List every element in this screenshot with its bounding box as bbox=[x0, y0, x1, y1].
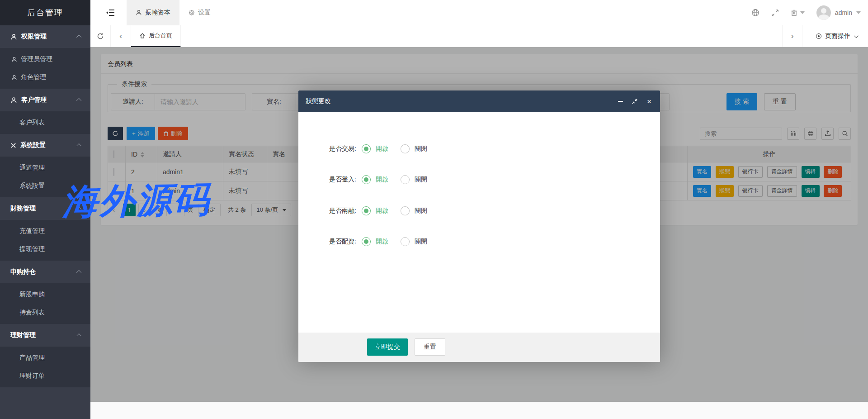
page-operations-label: 页面操作 bbox=[825, 32, 850, 40]
radio-on-label[interactable]: 開啟 bbox=[376, 145, 388, 153]
user-icon bbox=[11, 75, 17, 81]
username: admin bbox=[835, 9, 852, 16]
sidebar-group-ipo[interactable]: 申购持仓 bbox=[0, 261, 90, 283]
chevron-down-icon bbox=[854, 33, 859, 38]
caret-down-icon bbox=[856, 11, 861, 14]
radio-on-label[interactable]: 開啟 bbox=[376, 238, 388, 246]
sidebar-item-label: 提现管理 bbox=[19, 245, 45, 253]
field-label: 是否配資: bbox=[298, 238, 362, 246]
restore-icon[interactable] bbox=[631, 98, 638, 105]
user-icon bbox=[10, 33, 17, 40]
sidebar-item-label: 通道管理 bbox=[19, 164, 45, 172]
sidebar-item-position-list[interactable]: 持倉列表 bbox=[0, 304, 90, 322]
field-label: 是否交易: bbox=[298, 145, 362, 153]
status-change-modal: 狀態更改 × 是否交易: 開啟 關閉 是否登入: bbox=[298, 90, 660, 362]
sidebar-submenu: 客户列表 bbox=[0, 111, 90, 134]
topbar: 振翰资本 设置 bbox=[90, 0, 868, 25]
user-icon bbox=[11, 57, 17, 62]
chevron-up-icon bbox=[76, 35, 81, 40]
tabs-scroll-right-button[interactable]: › bbox=[782, 25, 802, 47]
sidebar-group-label: 理财管理 bbox=[10, 331, 36, 339]
chevron-up-icon bbox=[76, 270, 81, 275]
fullscreen-icon[interactable] bbox=[771, 9, 779, 17]
tab-settings[interactable]: 设置 bbox=[179, 0, 220, 25]
radio-off[interactable] bbox=[401, 237, 410, 246]
login-toggle-row: 是否登入: 開啟 關閉 bbox=[298, 173, 660, 186]
radio-on[interactable] bbox=[362, 144, 371, 153]
user-menu[interactable]: admin bbox=[816, 5, 861, 20]
radio-on-label[interactable]: 開啟 bbox=[376, 207, 388, 215]
avatar bbox=[816, 5, 831, 20]
chevron-up-icon bbox=[76, 98, 81, 103]
sidebar-item-customer-list[interactable]: 客户列表 bbox=[0, 114, 90, 132]
globe-icon[interactable] bbox=[751, 9, 760, 17]
tab-company[interactable]: 振翰资本 bbox=[127, 0, 179, 25]
chevron-up-icon bbox=[76, 143, 81, 148]
sidebar-group-label: 財務管理 bbox=[10, 205, 36, 213]
sidebar-item-label: 客户列表 bbox=[19, 119, 45, 127]
sidebar-group-system[interactable]: 系统設置 bbox=[0, 134, 90, 157]
app-logo: 后台管理 bbox=[0, 0, 90, 25]
chevron-right-icon: › bbox=[791, 32, 794, 41]
page: 后台管理 权限管理 管理员管理 角色管理 bbox=[0, 0, 868, 419]
radio-on[interactable] bbox=[362, 206, 371, 215]
sidebar-item-recharge-manage[interactable]: 充值管理 bbox=[0, 222, 90, 240]
tab-home-label: 后台首页 bbox=[149, 32, 172, 40]
submit-button[interactable]: 立即提交 bbox=[367, 338, 408, 356]
allocation-toggle-row: 是否配資: 開啟 關閉 bbox=[298, 235, 660, 248]
radio-on[interactable] bbox=[362, 175, 371, 184]
radio-off[interactable] bbox=[401, 144, 410, 153]
sidebar-item-withdraw-manage[interactable]: 提现管理 bbox=[0, 240, 90, 258]
sidebar-item-label: 角色管理 bbox=[21, 73, 46, 81]
user-icon bbox=[10, 97, 17, 104]
field-label: 是否登入: bbox=[298, 176, 362, 184]
sidebar-item-wealth-orders[interactable]: 理财订单 bbox=[0, 367, 90, 385]
sidebar-group-label: 申购持仓 bbox=[10, 268, 36, 276]
sidebar-item-role-manage[interactable]: 角色管理 bbox=[0, 68, 90, 86]
sidebar-group-permissions[interactable]: 权限管理 bbox=[0, 25, 90, 48]
radio-off[interactable] bbox=[401, 206, 410, 215]
sidebar-item-product-manage[interactable]: 产品管理 bbox=[0, 349, 90, 367]
sidebar-item-admin-manage[interactable]: 管理员管理 bbox=[0, 50, 90, 68]
radio-off-label[interactable]: 關閉 bbox=[415, 176, 427, 184]
sidebar-item-system-settings[interactable]: 系统設置 bbox=[0, 177, 90, 195]
sidebar-item-label: 持倉列表 bbox=[19, 309, 45, 317]
radio-off-label[interactable]: 關閉 bbox=[415, 145, 427, 153]
fisheye-icon bbox=[816, 33, 821, 39]
tab-home[interactable]: 后台首页 bbox=[131, 25, 181, 47]
chevron-up-icon bbox=[76, 207, 81, 212]
sidebar-item-channel-manage[interactable]: 通道管理 bbox=[0, 159, 90, 177]
tab-label: 振翰资本 bbox=[145, 9, 170, 17]
radio-off-label[interactable]: 關閉 bbox=[415, 207, 427, 215]
sidebar-submenu: 管理员管理 角色管理 bbox=[0, 48, 90, 89]
modal-header: 狀態更改 × bbox=[298, 90, 660, 112]
trade-toggle-row: 是否交易: 開啟 關閉 bbox=[298, 143, 660, 155]
chevron-up-icon bbox=[76, 333, 81, 338]
page-footer bbox=[90, 402, 868, 419]
radio-off-label[interactable]: 關閉 bbox=[415, 238, 427, 246]
sidebar-group-label: 权限管理 bbox=[21, 33, 47, 41]
chevron-left-icon: ‹ bbox=[119, 32, 122, 41]
caret-down-icon bbox=[800, 11, 805, 14]
modal-controls: × bbox=[617, 90, 653, 112]
modal-reset-button[interactable]: 重置 bbox=[415, 338, 445, 356]
refresh-tab-button[interactable] bbox=[90, 25, 111, 47]
page-operations-dropdown[interactable]: 页面操作 bbox=[810, 25, 863, 47]
tab-label: 设置 bbox=[198, 9, 211, 17]
close-icon[interactable]: × bbox=[646, 98, 653, 105]
sidebar-group-label: 系统設置 bbox=[20, 141, 46, 149]
sidebar-group-label: 客户管理 bbox=[21, 96, 47, 104]
radio-on-label[interactable]: 開啟 bbox=[376, 176, 388, 184]
user-icon bbox=[136, 10, 142, 16]
minimize-icon[interactable] bbox=[617, 98, 624, 105]
sidebar-group-customers[interactable]: 客户管理 bbox=[0, 89, 90, 111]
field-label: 是否兩融: bbox=[298, 207, 362, 215]
clear-cache-dropdown[interactable] bbox=[791, 9, 805, 16]
tabs-scroll-left-button[interactable]: ‹ bbox=[111, 25, 131, 47]
sidebar-group-finance[interactable]: 財務管理 bbox=[0, 197, 90, 220]
radio-off[interactable] bbox=[401, 175, 410, 184]
sidebar-item-ipo-subscribe[interactable]: 新股申购 bbox=[0, 286, 90, 304]
collapse-menu-icon[interactable] bbox=[104, 6, 117, 19]
sidebar-group-wealth[interactable]: 理财管理 bbox=[0, 324, 90, 347]
radio-on[interactable] bbox=[362, 237, 371, 246]
